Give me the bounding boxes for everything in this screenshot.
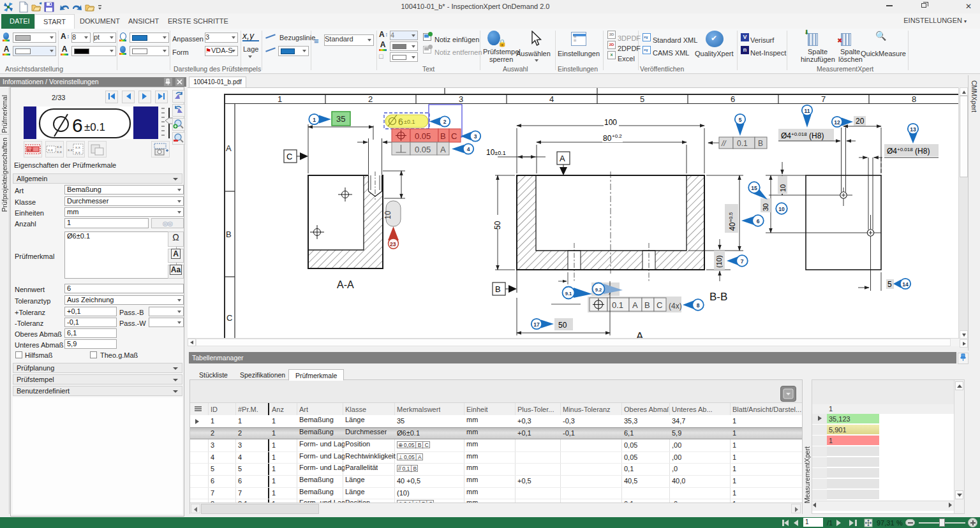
svg-text:x.x: x.x bbox=[75, 145, 80, 149]
svg-text:A: A bbox=[560, 154, 565, 163]
svg-text:A: A bbox=[440, 145, 446, 154]
svg-text:±0.1: ±0.1 bbox=[404, 119, 415, 125]
svg-text:10: 10 bbox=[778, 206, 785, 212]
svg-text:3: 3 bbox=[474, 133, 477, 140]
svg-text:6: 6 bbox=[398, 117, 403, 127]
svg-text:100: 100 bbox=[604, 118, 617, 127]
svg-text:(10): (10) bbox=[715, 255, 723, 268]
svg-text:7: 7 bbox=[821, 94, 826, 104]
svg-text:C: C bbox=[226, 313, 232, 323]
svg-text:3: 3 bbox=[459, 94, 463, 104]
svg-text:0.1: 0.1 bbox=[612, 300, 623, 310]
svg-text:2: 2 bbox=[443, 119, 447, 125]
svg-text:5: 5 bbox=[739, 117, 742, 123]
svg-text:C: C bbox=[286, 152, 292, 161]
svg-text:x.x: x.x bbox=[57, 145, 62, 149]
svg-text:C: C bbox=[451, 131, 457, 141]
svg-text:5: 5 bbox=[887, 280, 892, 289]
svg-text:x.x: x.x bbox=[27, 148, 33, 152]
svg-text:50: 50 bbox=[558, 321, 567, 330]
svg-text:C: C bbox=[657, 300, 662, 310]
svg-text:6: 6 bbox=[731, 94, 735, 104]
svg-text:11: 11 bbox=[805, 108, 810, 114]
svg-text:8: 8 bbox=[697, 302, 700, 309]
svg-text:0.05: 0.05 bbox=[415, 131, 431, 141]
svg-text:x.x: x.x bbox=[48, 148, 53, 152]
svg-text:30: 30 bbox=[762, 203, 769, 211]
svg-text:10: 10 bbox=[779, 184, 787, 192]
svg-text:B: B bbox=[440, 131, 446, 141]
svg-text:10: 10 bbox=[383, 210, 392, 219]
svg-text:x.x: x.x bbox=[75, 150, 80, 154]
svg-text:12: 12 bbox=[834, 119, 840, 126]
svg-text:50: 50 bbox=[493, 221, 502, 230]
svg-text:23: 23 bbox=[390, 241, 396, 247]
svg-text:6: 6 bbox=[72, 115, 83, 136]
svg-text:5: 5 bbox=[640, 94, 644, 104]
svg-text:B: B bbox=[644, 300, 650, 310]
svg-text:14: 14 bbox=[902, 281, 909, 288]
svg-text:A-A: A-A bbox=[337, 279, 354, 290]
svg-text:9.1: 9.1 bbox=[565, 291, 572, 297]
svg-text:B: B bbox=[758, 139, 763, 148]
svg-text:9.2: 9.2 bbox=[595, 287, 602, 293]
svg-text:4: 4 bbox=[549, 94, 554, 104]
svg-text:±0.1: ±0.1 bbox=[84, 121, 105, 133]
svg-text:15: 15 bbox=[751, 185, 757, 191]
svg-text:B: B bbox=[495, 284, 501, 294]
svg-text:A: A bbox=[226, 143, 232, 153]
svg-text:0.1: 0.1 bbox=[737, 139, 748, 148]
svg-text:0.05: 0.05 bbox=[415, 145, 431, 154]
svg-text:35: 35 bbox=[336, 114, 345, 124]
svg-text:x.x: x.x bbox=[57, 150, 62, 154]
svg-text:13: 13 bbox=[910, 126, 916, 133]
svg-text:7: 7 bbox=[741, 258, 744, 265]
svg-text:8: 8 bbox=[912, 94, 916, 104]
svg-text:A: A bbox=[632, 300, 638, 310]
svg-text:B-B: B-B bbox=[709, 291, 727, 303]
svg-text:80: 80 bbox=[603, 134, 612, 143]
svg-text:17: 17 bbox=[533, 321, 540, 328]
svg-text:1: 1 bbox=[278, 94, 282, 104]
svg-text:2: 2 bbox=[368, 94, 373, 104]
svg-text:1: 1 bbox=[313, 117, 316, 123]
svg-text:6: 6 bbox=[757, 218, 760, 224]
svg-text:x.x: x.x bbox=[68, 148, 73, 152]
svg-text:+0.2: +0.2 bbox=[612, 133, 622, 139]
svg-text:(4x): (4x) bbox=[669, 302, 682, 311]
svg-text:10±0.1: 10±0.1 bbox=[486, 148, 506, 157]
svg-text:B: B bbox=[226, 230, 232, 239]
svg-text:20: 20 bbox=[856, 117, 865, 126]
svg-text:4: 4 bbox=[467, 146, 470, 152]
